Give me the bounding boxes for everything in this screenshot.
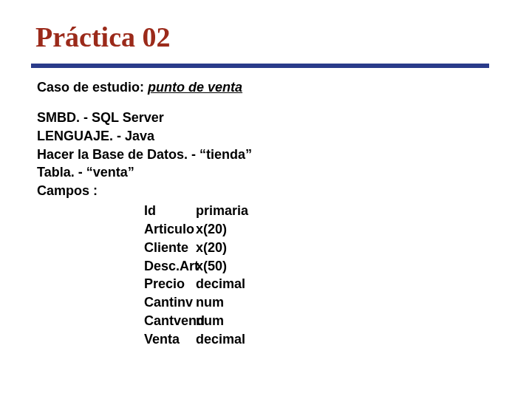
slide: Práctica 02 Caso de estudio: punto de ve… — [0, 0, 532, 399]
field-row: Cliente x(20) — [37, 239, 502, 257]
field-type: num — [196, 312, 224, 330]
field-row: Venta decimal — [37, 330, 502, 349]
case-study-prefix: Caso de estudio: — [37, 80, 144, 95]
field-type: decimal — [196, 330, 245, 349]
field-name: Articulo — [37, 220, 196, 239]
info-line: LENGUAJE. - Java — [37, 127, 502, 146]
info-line: Tabla. - “venta” — [37, 163, 502, 182]
case-study-subtitle: Caso de estudio: punto de venta — [37, 80, 502, 95]
field-type: x(20) — [196, 239, 227, 257]
field-row: Id primaria — [37, 202, 502, 220]
field-type: x(50) — [196, 257, 227, 276]
field-name: Venta — [37, 330, 196, 349]
field-name: Desc.Art — [37, 257, 196, 276]
field-name: Cliente — [37, 239, 196, 257]
field-type: primaria — [196, 202, 248, 220]
info-line: Campos : — [37, 182, 502, 200]
field-row: Cantvend num — [37, 312, 502, 330]
field-type: x(20) — [196, 220, 227, 239]
field-name: Cantvend — [37, 312, 196, 330]
info-line: Hacer la Base de Datos. - “tienda” — [37, 146, 502, 164]
slide-content: Caso de estudio: punto de venta SMBD. - … — [35, 80, 502, 349]
title-rule — [31, 64, 489, 68]
field-row: Articulo x(20) — [37, 220, 502, 239]
slide-title: Práctica 02 — [35, 21, 502, 61]
field-type: decimal — [196, 275, 245, 293]
field-type: num — [196, 293, 224, 312]
field-name: Id — [37, 202, 196, 220]
field-row: Cantinv num — [37, 293, 502, 312]
case-study-emphasis: punto de venta — [148, 80, 242, 95]
field-row: Desc.Art x(50) — [37, 257, 502, 276]
info-line: SMBD. - SQL Server — [37, 109, 502, 127]
field-name: Precio — [37, 275, 196, 293]
field-row: Precio decimal — [37, 275, 502, 293]
fields-list: Id primaria Articulo x(20) Cliente x(20)… — [37, 202, 502, 349]
field-name: Cantinv — [37, 293, 196, 312]
